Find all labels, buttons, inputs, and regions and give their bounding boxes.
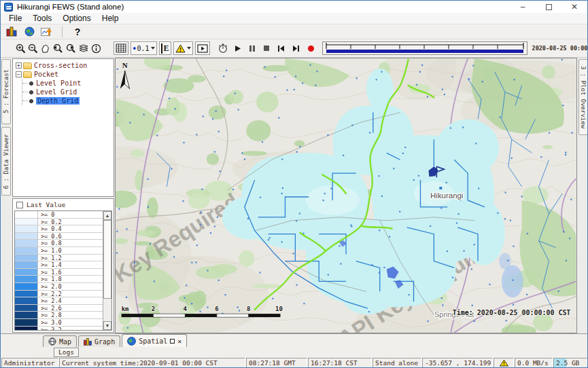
timeseries-display-button[interactable] [5, 26, 18, 38]
legend-swatch [15, 240, 38, 246]
legend-label: >= 2.8 [38, 312, 62, 318]
legend-swatch [15, 312, 38, 318]
toolbar-separator [62, 26, 63, 37]
pan-button[interactable] [40, 42, 50, 54]
legend-rows: >= 0>= 0.2>= 0.4>= 0.6>= 0.8>= 1.0>= 1.2… [15, 211, 103, 330]
map-display-button[interactable] [22, 26, 36, 38]
legend-row[interactable]: >= 1.2 [15, 255, 103, 262]
info-button[interactable] [91, 42, 101, 54]
maximize-button[interactable] [536, 1, 561, 13]
stop-button[interactable] [263, 42, 270, 54]
spatial-display-button[interactable] [40, 26, 54, 38]
wire-globe-icon [48, 337, 56, 346]
legend-label: >= 2.2 [38, 291, 62, 297]
app-icon [4, 3, 13, 12]
zoom-previous-button[interactable] [52, 42, 63, 54]
legend-row[interactable]: >= 0.4 [15, 225, 103, 233]
warning-icon [500, 359, 508, 367]
legend-row[interactable]: >= 1.8 [15, 276, 103, 283]
animation-button[interactable] [195, 41, 210, 55]
tab-spatial[interactable]: Spatial ✕ [122, 334, 187, 347]
record-button[interactable] [307, 42, 315, 54]
tab-maximize-icon[interactable] [170, 339, 175, 344]
thresholds-dropdown[interactable] [173, 41, 193, 55]
legend-label: >= 2.6 [38, 305, 62, 312]
scroll-down-icon[interactable]: ▼ [103, 321, 111, 330]
legend-scrollbar[interactable]: ▲ ▼ [103, 211, 111, 330]
menu-options[interactable]: Options [57, 13, 96, 24]
logs-button[interactable]: Logs [54, 348, 79, 357]
globe-icon [24, 26, 35, 37]
status-alert[interactable] [494, 358, 514, 368]
menu-bar: File Tools Options Help [1, 13, 587, 24]
legend-row[interactable]: >= 3.0 [15, 319, 103, 327]
tree-node-depth-grid[interactable]: Depth Grid [22, 96, 114, 105]
bar-chart-icon [6, 26, 17, 37]
legend-row[interactable]: >= 3.2 [15, 327, 103, 331]
tab-graph[interactable]: Graph [78, 335, 120, 347]
tab-forecast[interactable]: 5 : Forecast [1, 59, 11, 124]
tree-connector [22, 92, 28, 92]
time-slider[interactable] [322, 41, 528, 55]
tab-map-label: Map [59, 338, 71, 346]
legend-row[interactable]: >= 0.6 [15, 233, 103, 240]
help-button[interactable]: ? [71, 26, 84, 38]
last-value-checkbox[interactable] [16, 202, 23, 208]
layers-button[interactable] [78, 42, 89, 54]
tab-plot-overview[interactable]: 3 : Plot Overview [578, 59, 588, 135]
tree-node-label: Pocket [34, 71, 58, 78]
pause-button[interactable] [249, 42, 256, 54]
next-step-button[interactable] [292, 42, 300, 54]
menu-file[interactable]: File [3, 13, 27, 24]
scrollbar-track[interactable] [103, 220, 111, 321]
grid-value-dropdown[interactable]: ● 0.1 [131, 41, 157, 55]
tree-node-label: Level Grid [36, 88, 77, 96]
tree-node-level-grid[interactable]: Level Grid [22, 88, 114, 96]
legend-row[interactable]: >= 0.8 [15, 240, 103, 247]
tree-node-level-point[interactable]: Level Point [22, 79, 114, 88]
legend-row[interactable]: >= 1.6 [15, 269, 103, 276]
tab-map[interactable]: Map [43, 335, 77, 347]
zoom-next-button[interactable] [65, 42, 76, 54]
right-tab-strip: 3 : Plot Overview [577, 58, 588, 333]
legend-label: >= 2.0 [38, 283, 62, 290]
legend-row[interactable]: >= 2.8 [15, 312, 103, 319]
chevron-down-icon [187, 47, 191, 50]
minimize-button[interactable]: – [510, 1, 536, 13]
tab-spatial-label: Spatial [139, 337, 167, 345]
menu-tools[interactable]: Tools [27, 13, 57, 24]
previous-step-button[interactable] [277, 42, 285, 54]
legend-row[interactable]: >= 1.4 [15, 261, 103, 269]
legend-row[interactable]: >= 2.2 [15, 291, 103, 298]
close-button[interactable]: ✕ [561, 1, 587, 13]
tree-node-cross-section[interactable]: + Cross-section [16, 61, 114, 70]
tab-close-icon[interactable]: ✕ [177, 337, 181, 345]
status-memory: 2.5 GB [553, 358, 587, 368]
zoom-in-button[interactable] [16, 42, 26, 54]
legend-row[interactable]: >= 1.0 [15, 247, 103, 255]
play-button[interactable] [235, 42, 241, 54]
legend-row[interactable]: >= 2.0 [15, 283, 103, 291]
legend-row[interactable]: >= 0 [15, 211, 103, 219]
expand-icon[interactable]: + [16, 62, 22, 69]
legend-row[interactable]: >= 2.6 [15, 305, 103, 312]
menu-help[interactable]: Help [97, 13, 124, 24]
status-bar: Administrator Current system time:2020-0… [1, 357, 587, 368]
tree-node-pocket[interactable]: − Pocket [16, 70, 114, 79]
tree-node-label: Cross-section [34, 62, 87, 69]
grid-display-button[interactable] [114, 41, 128, 55]
zoom-out-button[interactable] [28, 42, 38, 54]
svg-text:8: 8 [247, 306, 250, 312]
collapse-icon[interactable]: − [16, 71, 22, 77]
scrollbar-thumb[interactable] [103, 220, 111, 299]
legend-swatch [15, 255, 38, 261]
left-tab-strip: 5 : Forecast 6 : Data Viewer [1, 58, 12, 333]
timer-button[interactable] [218, 42, 228, 54]
legend-row[interactable]: >= 2.4 [15, 297, 103, 305]
tab-data-viewer[interactable]: 6 : Data Viewer [1, 127, 11, 196]
legend-row[interactable]: >= 0.2 [15, 219, 103, 226]
map-canvas[interactable]: API Key Required API Key Required [116, 58, 576, 333]
stopwatch-icon [218, 43, 228, 54]
scroll-up-icon[interactable]: ▲ [103, 211, 111, 220]
levels-button[interactable]: E [159, 41, 171, 55]
